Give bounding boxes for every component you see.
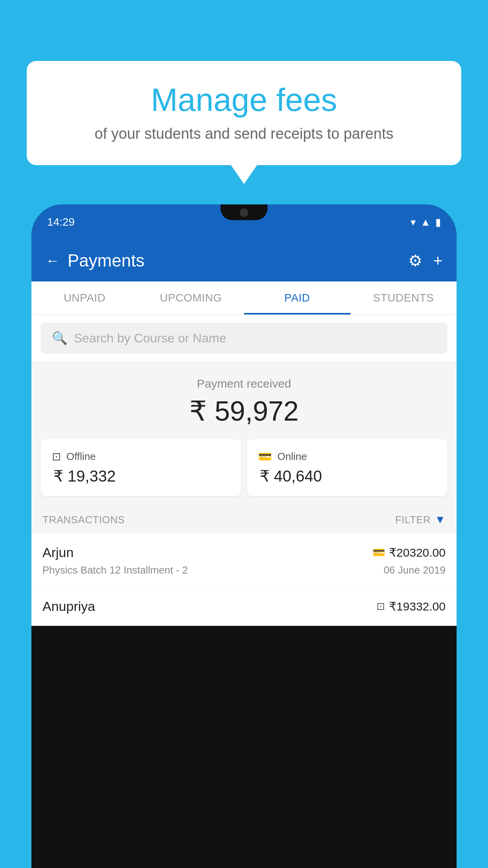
- online-amount: ₹ 40,640: [258, 467, 436, 485]
- filter-container[interactable]: FILTER ▼: [395, 513, 446, 526]
- card-payment-icon: 💳: [372, 546, 385, 559]
- amount-container-2: ⊡ ₹19332.00: [376, 600, 446, 613]
- transaction-row-partial[interactable]: Anupriya ⊡ ₹19332.00: [31, 588, 457, 626]
- offline-amount: ₹ 19,332: [52, 467, 230, 485]
- status-icons: ▾ ▲ ▮: [411, 216, 441, 228]
- transactions-label: TRANSACTIONS: [42, 514, 125, 526]
- camera: [240, 208, 248, 217]
- transaction-row[interactable]: Arjun 💳 ₹20320.00 Physics Batch 12 Insta…: [31, 534, 457, 588]
- phone-frame: 14:29 ▾ ▲ ▮ ← Payments ⚙ + UNPAID UPCOMI…: [31, 204, 457, 868]
- header-right: ⚙ +: [408, 252, 442, 270]
- online-card: 💳 Online ₹ 40,640: [247, 439, 447, 496]
- offline-card-header: ⊡ Offline: [52, 450, 230, 463]
- battery-icon: ▮: [435, 216, 441, 228]
- bubble-subtitle: of your students and send receipts to pa…: [50, 125, 438, 142]
- header-left: ← Payments: [46, 251, 145, 270]
- date-info: 06 June 2019: [383, 564, 446, 576]
- add-button[interactable]: +: [433, 252, 442, 270]
- online-label: Online: [277, 451, 307, 463]
- student-name-2: Anupriya: [42, 599, 95, 614]
- cash-icon: ⊡: [52, 450, 61, 463]
- card-icon: 💳: [258, 450, 272, 463]
- cash-payment-icon: ⊡: [376, 600, 385, 612]
- wifi-icon: ▾: [411, 216, 416, 228]
- transaction-amount: ₹20320.00: [389, 546, 446, 559]
- search-icon: 🔍: [52, 331, 68, 346]
- bubble-title: Manage fees: [50, 81, 438, 118]
- transaction-top-row-2: Anupriya ⊡ ₹19332.00: [42, 599, 446, 614]
- tab-upcoming[interactable]: UPCOMING: [138, 281, 244, 314]
- payment-cards: ⊡ Offline ₹ 19,332 💳 Online ₹ 40,640: [31, 439, 457, 506]
- payment-received-label: Payment received: [31, 377, 457, 390]
- online-card-header: 💳 Online: [258, 450, 436, 463]
- search-bar[interactable]: 🔍 Search by Course or Name: [41, 323, 447, 353]
- payment-total-amount: ₹ 59,972: [31, 395, 457, 427]
- tab-paid[interactable]: PAID: [244, 281, 350, 314]
- payment-summary: Payment received ₹ 59,972: [31, 361, 457, 439]
- filter-icon: ▼: [435, 513, 446, 526]
- signal-icon: ▲: [420, 216, 431, 228]
- offline-label: Offline: [66, 451, 96, 463]
- filter-label: FILTER: [395, 514, 431, 526]
- tab-unpaid[interactable]: UNPAID: [31, 281, 138, 314]
- transactions-header: TRANSACTIONS FILTER ▼: [31, 506, 457, 534]
- back-button[interactable]: ←: [46, 252, 60, 269]
- transaction-top-row: Arjun 💳 ₹20320.00: [42, 545, 446, 560]
- transaction-bottom-row: Physics Batch 12 Installment - 2 06 June…: [42, 564, 446, 576]
- time-display: 14:29: [47, 216, 75, 228]
- offline-card: ⊡ Offline ₹ 19,332: [41, 439, 241, 496]
- student-name: Arjun: [42, 545, 73, 560]
- tab-students[interactable]: STUDENTS: [350, 281, 457, 314]
- app-header: ← Payments ⚙ +: [31, 240, 457, 281]
- status-bar: 14:29 ▾ ▲ ▮: [31, 204, 457, 240]
- course-info: Physics Batch 12 Installment - 2: [42, 564, 188, 576]
- speech-bubble: Manage fees of your students and send re…: [27, 61, 461, 165]
- phone-notch: [220, 204, 268, 220]
- search-input[interactable]: Search by Course or Name: [74, 331, 226, 346]
- settings-icon[interactable]: ⚙: [408, 252, 422, 270]
- search-container: 🔍 Search by Course or Name: [31, 315, 457, 361]
- tabs-container: UNPAID UPCOMING PAID STUDENTS: [31, 281, 457, 315]
- amount-container: 💳 ₹20320.00: [372, 546, 446, 559]
- page-title: Payments: [68, 251, 145, 270]
- transaction-amount-2: ₹19332.00: [389, 600, 446, 613]
